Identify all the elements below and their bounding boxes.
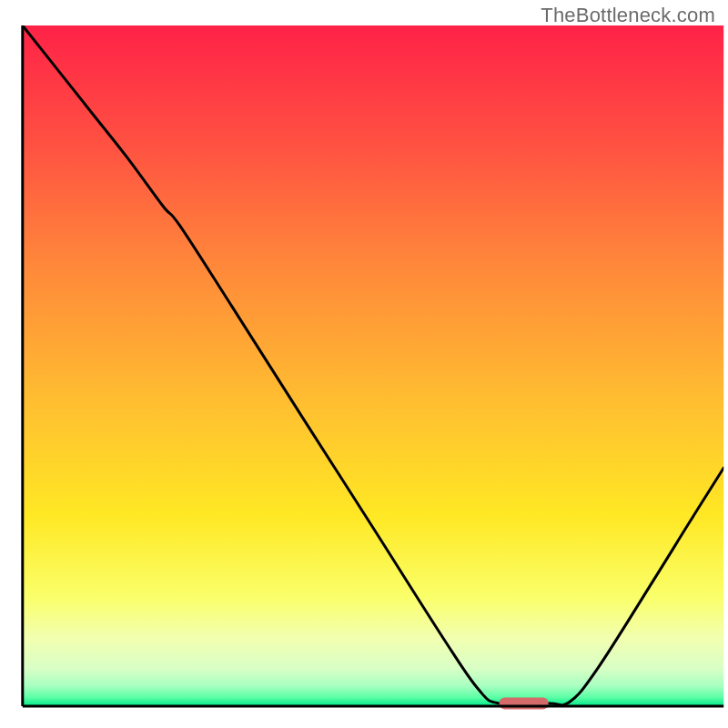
watermark: TheBottleneck.com (541, 4, 715, 27)
chart-container: TheBottleneck.com (0, 0, 728, 728)
gradient-background (23, 25, 723, 706)
plot-area (23, 25, 723, 709)
bottleneck-chart (0, 0, 728, 728)
